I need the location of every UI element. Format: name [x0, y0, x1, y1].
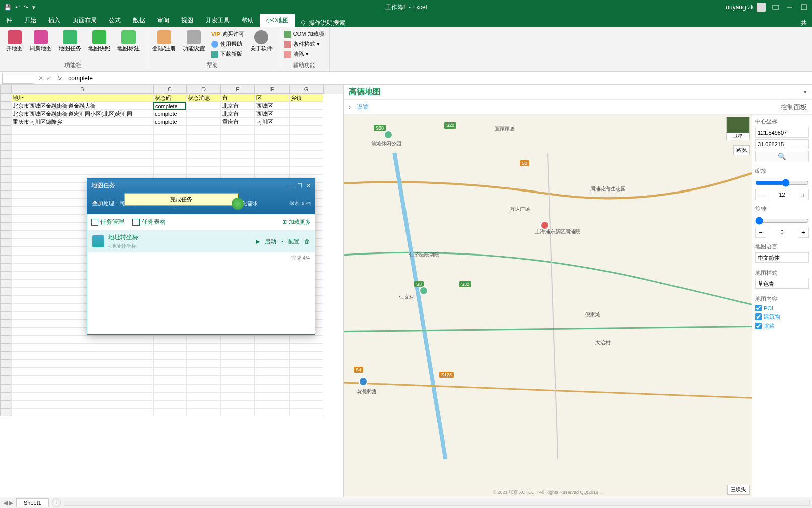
cell[interactable]: [289, 134, 323, 142]
tab-task-table[interactable]: 任务表格: [132, 218, 166, 226]
cell[interactable]: [255, 166, 289, 174]
col-header-d[interactable]: D: [186, 85, 221, 94]
row-header[interactable]: [0, 199, 11, 207]
row-header[interactable]: [0, 247, 11, 255]
row-header[interactable]: [0, 255, 11, 263]
cell[interactable]: [255, 400, 289, 408]
tab-help[interactable]: 帮助: [236, 14, 260, 27]
cell[interactable]: [11, 336, 153, 344]
cell[interactable]: complete: [153, 118, 186, 126]
cell[interactable]: [153, 392, 186, 400]
cell[interactable]: [11, 134, 153, 142]
cell[interactable]: [11, 150, 153, 158]
chevron-right-icon[interactable]: ›: [349, 104, 351, 111]
poi-checkbox[interactable]: POI: [755, 305, 809, 311]
cell-header-town[interactable]: 乡镇: [289, 94, 323, 102]
row-header[interactable]: [0, 102, 11, 110]
row-header[interactable]: [0, 118, 11, 126]
dialog-maximize-icon[interactable]: ☐: [297, 182, 302, 189]
cell[interactable]: [186, 150, 221, 158]
cell[interactable]: [221, 368, 255, 376]
open-map-button[interactable]: 开地图: [4, 29, 25, 53]
row-header[interactable]: [0, 279, 11, 287]
map-canvas[interactable]: S20 S20 S2 S32 S3 S4 S123 前滩休闲公园 宜家家居 周浦…: [344, 115, 752, 497]
cell[interactable]: 西城区: [255, 110, 289, 118]
cell[interactable]: [153, 158, 186, 166]
traffic-toggle[interactable]: 路况: [733, 145, 750, 155]
cell[interactable]: 北京市西城区金融街街道金融大街: [11, 102, 153, 110]
cell[interactable]: [186, 102, 221, 110]
settings-button[interactable]: 功能设置: [181, 29, 207, 53]
map-settings-button[interactable]: 设置: [357, 103, 369, 111]
cell[interactable]: [255, 368, 289, 376]
cell[interactable]: [153, 408, 186, 416]
cell[interactable]: [221, 392, 255, 400]
poi-shop-icon[interactable]: [359, 377, 368, 386]
row-header[interactable]: [0, 150, 11, 158]
cell[interactable]: [255, 376, 289, 384]
style-select[interactable]: [755, 279, 809, 289]
clear-button[interactable]: 清除 ▾: [283, 49, 325, 59]
share-button[interactable]: 共: [796, 19, 812, 27]
cell[interactable]: [255, 360, 289, 368]
login-button[interactable]: 登陆/注册: [150, 29, 178, 53]
cell[interactable]: [153, 150, 186, 158]
rotate-ccw-button[interactable]: −: [755, 227, 766, 238]
enter-formula-icon[interactable]: ✓: [46, 75, 51, 82]
cell[interactable]: [153, 400, 186, 408]
cell[interactable]: [186, 368, 221, 376]
cell[interactable]: [289, 400, 323, 408]
row-header[interactable]: [0, 328, 11, 336]
dialog-titlebar[interactable]: 地图任务 — ☐ ✕: [87, 179, 315, 192]
select-all-corner[interactable]: [0, 85, 11, 94]
row-header[interactable]: [0, 174, 11, 182]
cell[interactable]: [11, 384, 153, 392]
cell[interactable]: [255, 336, 289, 344]
cell[interactable]: [255, 134, 289, 142]
cell[interactable]: [289, 408, 323, 416]
sheet-prev-icon[interactable]: ◀: [3, 499, 8, 506]
cell[interactable]: [289, 102, 323, 110]
cell[interactable]: [153, 166, 186, 174]
row-header[interactable]: [0, 384, 11, 392]
cell[interactable]: [153, 376, 186, 384]
tab-view[interactable]: 视图: [175, 14, 199, 27]
cell[interactable]: [186, 400, 221, 408]
row-header[interactable]: [0, 320, 11, 328]
row-header[interactable]: [0, 352, 11, 360]
cell[interactable]: [11, 142, 153, 150]
longitude-input[interactable]: [755, 128, 809, 138]
sheet-next-icon[interactable]: ▶: [9, 499, 13, 506]
cell[interactable]: [289, 166, 323, 174]
row-header[interactable]: [0, 166, 11, 174]
vertical-scrollbar[interactable]: [323, 85, 331, 94]
search-coord-button[interactable]: 🔍: [755, 151, 809, 162]
cell[interactable]: [221, 384, 255, 392]
cell-header-status[interactable]: 状态码: [153, 94, 186, 102]
map-snapshot-button[interactable]: 地图快照: [86, 29, 112, 53]
tab-review[interactable]: 审阅: [151, 14, 175, 27]
customize-qat-icon[interactable]: ▾: [32, 4, 35, 11]
row-header[interactable]: [0, 239, 11, 247]
row-header[interactable]: [0, 368, 11, 376]
sheet-tab-1[interactable]: Sheet1: [16, 498, 49, 507]
row-header[interactable]: [0, 223, 11, 231]
cell[interactable]: [289, 384, 323, 392]
delete-icon[interactable]: 🗑: [304, 238, 310, 244]
row-header[interactable]: [0, 134, 11, 142]
row-header[interactable]: [0, 142, 11, 150]
row-header[interactable]: [0, 271, 11, 279]
row-header[interactable]: [0, 295, 11, 303]
task-start-button[interactable]: 启动: [265, 238, 276, 245]
cell[interactable]: [289, 118, 323, 126]
horizontal-scrollbar[interactable]: [63, 500, 810, 506]
rotate-cw-button[interactable]: +: [798, 227, 809, 238]
cell[interactable]: [153, 344, 186, 352]
cell[interactable]: [221, 400, 255, 408]
cell[interactable]: [255, 352, 289, 360]
about-button[interactable]: 关于软件: [248, 29, 275, 53]
cell[interactable]: [186, 352, 221, 360]
cell[interactable]: [289, 376, 323, 384]
cell[interactable]: [221, 344, 255, 352]
map-task-button[interactable]: 地图任务: [57, 29, 83, 53]
